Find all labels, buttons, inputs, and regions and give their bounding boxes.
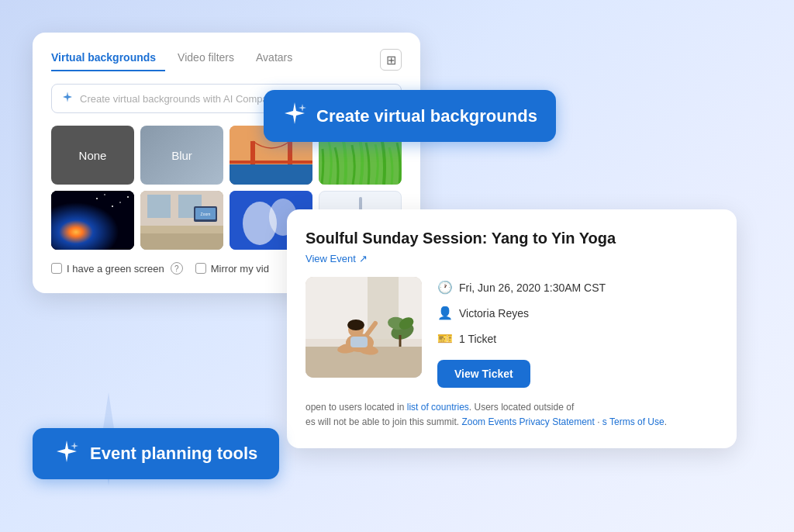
event-planning-tools-tooltip[interactable]: Event planning tools [33, 428, 279, 479]
sparkle-svg [282, 101, 307, 126]
event-host-row: 👤 Victoria Reyes [437, 306, 718, 320]
background-none[interactable]: None [51, 126, 134, 185]
ticket-icon: 🎫 [437, 331, 451, 346]
svg-point-10 [104, 194, 105, 195]
view-event-label: View Event [306, 253, 356, 264]
background-office[interactable]: Zoom [140, 191, 223, 250]
office-svg: Zoom [140, 191, 223, 250]
search-placeholder-text: Create virtual backgrounds with AI Compa… [80, 93, 287, 105]
event-planning-label: Event planning tools [90, 444, 257, 464]
svg-point-34 [347, 320, 364, 330]
svg-point-12 [127, 196, 129, 198]
tab-virtual-backgrounds[interactable]: Virtual backgrounds [51, 48, 165, 71]
tab-avatars[interactable]: Avatars [247, 48, 302, 71]
plus-icon: ⊞ [386, 53, 396, 67]
svg-point-9 [112, 206, 113, 207]
event-planning-sparkle-icon [54, 439, 79, 468]
vb-tabs: Virtual backgrounds Video filters Avatar… [51, 48, 402, 71]
view-event-link[interactable]: View Event ↗ [306, 253, 718, 264]
mirror-label: Mirror my vid [211, 263, 269, 275]
svg-rect-15 [147, 195, 171, 218]
event-date: Fri, Jun 26, 2020 1:30AM CST [459, 282, 606, 294]
event-footer: open to users located in list of countri… [306, 400, 718, 430]
add-background-button[interactable]: ⊞ [380, 49, 402, 71]
space-svg [51, 191, 134, 250]
footer-separator: · [595, 416, 602, 427]
background-blur[interactable]: Blur [140, 126, 223, 185]
background-space[interactable] [51, 191, 134, 250]
clock-icon: 🕐 [437, 280, 451, 295]
footer-terms-link[interactable]: s Terms of Use [602, 416, 665, 427]
blur-label: Blur [171, 149, 192, 162]
mirror-option[interactable]: Mirror my vid [195, 263, 269, 275]
event-image [306, 277, 422, 378]
svg-point-8 [96, 198, 98, 199]
green-screen-label: I have a green screen [67, 263, 164, 275]
event-tickets: 1 Ticket [459, 333, 496, 345]
svg-rect-38 [350, 337, 368, 347]
footer-countries-link[interactable]: list of countries [407, 402, 469, 413]
mirror-checkbox[interactable] [195, 263, 206, 274]
green-screen-option[interactable]: I have a green screen ? [51, 262, 183, 275]
svg-rect-1 [230, 164, 312, 185]
ai-sparkle-icon [61, 91, 74, 106]
footer-text-middle: . Users located outside of [469, 402, 574, 413]
green-screen-help-icon[interactable]: ? [171, 262, 183, 275]
event-card: Soulful Sunday Session: Yang to Yin Yoga… [287, 209, 737, 448]
none-label: None [79, 149, 107, 162]
svg-rect-20 [140, 233, 223, 250]
create-vb-label: Create virtual backgrounds [316, 106, 537, 126]
yoga-image-svg [306, 277, 422, 378]
green-screen-checkbox[interactable] [51, 263, 62, 274]
svg-rect-4 [230, 161, 312, 164]
create-vb-sparkle-icon [282, 101, 307, 131]
view-ticket-button[interactable]: View Ticket [437, 360, 530, 388]
svg-text:Zoom: Zoom [200, 212, 210, 216]
event-title: Soulful Sunday Session: Yang to Yin Yoga [306, 228, 718, 248]
tab-video-filters[interactable]: Video filters [168, 48, 243, 71]
svg-rect-7 [51, 191, 134, 250]
footer-text-before-link: open to users located in [306, 402, 407, 413]
person-icon: 👤 [437, 306, 451, 320]
event-host: Victoria Reyes [459, 307, 529, 320]
footer-privacy-link[interactable]: Zoom Events Privacy Statement [461, 416, 594, 427]
svg-point-11 [119, 202, 121, 203]
create-virtual-backgrounds-tooltip[interactable]: Create virtual backgrounds [264, 90, 556, 142]
footer-end: . [665, 416, 667, 427]
event-date-row: 🕐 Fri, Jun 26, 2020 1:30AM CST [437, 280, 718, 295]
event-sparkle-svg [54, 439, 79, 464]
footer-text-2: es will not be able to join this summit. [306, 416, 459, 427]
event-tickets-row: 🎫 1 Ticket [437, 331, 718, 346]
event-body: 🕐 Fri, Jun 26, 2020 1:30AM CST 👤 Victori… [306, 277, 718, 388]
event-details: 🕐 Fri, Jun 26, 2020 1:30AM CST 👤 Victori… [437, 277, 718, 388]
external-link-icon: ↗ [359, 253, 368, 264]
